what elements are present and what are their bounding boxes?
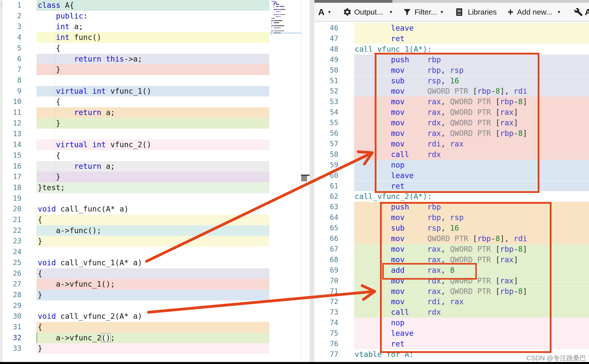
assembly-button-clipped[interactable]: A xyxy=(585,3,589,21)
asm-code-text[interactable]: call_vfunc_1(A*): xyxy=(354,44,589,55)
source-code-text[interactable]: int func() xyxy=(36,32,269,43)
source-code-text[interactable]: class A{ xyxy=(36,0,269,11)
asm-code-text[interactable]: mov QWORD PTR [rbp-8], rdi xyxy=(354,233,589,244)
asm-line[interactable]: 50 mov rbp, rsp xyxy=(314,65,589,76)
source-code-text[interactable]: return a; xyxy=(36,107,269,118)
source-line[interactable]: 21{ xyxy=(3,215,301,225)
asm-line[interactable]: 65 sub rsp, 16 xyxy=(314,223,589,233)
asm-line[interactable]: 59 nop xyxy=(314,160,589,170)
source-line[interactable]: 6 return this->a; xyxy=(3,54,301,65)
source-line[interactable]: 13 xyxy=(3,129,301,139)
asm-code-text[interactable]: ret xyxy=(354,181,589,191)
filter-button[interactable]: Filter... xyxy=(414,3,437,21)
source-code-text[interactable]: } xyxy=(36,172,269,182)
asm-line[interactable]: 49 push rbp xyxy=(314,55,589,65)
source-code-text[interactable]: return this->a; xyxy=(36,54,269,65)
asm-code-text[interactable]: leave xyxy=(354,328,589,339)
source-code-text[interactable]: { xyxy=(36,43,269,54)
output-button[interactable]: Output... xyxy=(354,3,383,21)
source-line[interactable]: 26{ xyxy=(3,268,301,279)
source-line[interactable]: 32 a->vfunc_2(); xyxy=(3,333,301,343)
source-line[interactable]: 18}test; xyxy=(3,182,301,193)
source-line[interactable]: 12 } xyxy=(3,118,301,129)
source-code-text[interactable]: void call_vfunc_2(A* a) xyxy=(36,311,269,322)
chevron-down-icon[interactable]: ▾ xyxy=(390,3,392,21)
plus-icon[interactable]: + xyxy=(508,3,513,21)
source-code-text[interactable]: } xyxy=(36,118,269,129)
source-line[interactable]: 11 return a; xyxy=(3,107,301,118)
source-code-text[interactable]: int a; xyxy=(36,21,269,32)
source-line[interactable]: 15 { xyxy=(3,150,301,161)
source-code-text[interactable]: { xyxy=(36,215,269,225)
asm-code-text[interactable]: mov rax, QWORD PTR [rbp-8] xyxy=(354,244,589,254)
source-line[interactable]: 9 virtual int vfunc_1() xyxy=(3,86,301,97)
asm-code-text[interactable]: sub rsp, 16 xyxy=(354,76,589,86)
source-code-text[interactable]: { xyxy=(36,268,269,279)
source-code-text[interactable]: } xyxy=(36,343,269,354)
source-line[interactable]: 14 virtual int vfunc_2() xyxy=(3,139,301,150)
gear-icon[interactable] xyxy=(343,8,352,17)
chevron-down-icon[interactable]: ▾ xyxy=(558,3,560,21)
asm-code-text[interactable]: ret xyxy=(354,33,589,44)
source-line[interactable]: 8 xyxy=(3,75,301,86)
asm-code-text[interactable]: push rbp xyxy=(354,55,589,65)
add-new-button[interactable]: Add new... xyxy=(517,3,552,21)
libraries-button[interactable]: Libraries xyxy=(468,3,497,21)
asm-code-text[interactable]: leave xyxy=(354,23,589,33)
source-line[interactable]: 23} xyxy=(3,236,301,247)
source-code-text[interactable]: { xyxy=(36,96,269,107)
source-line[interactable]: 25void call_vfunc_1(A* a) xyxy=(3,257,301,268)
assembly-horizontal-scrollbar[interactable] xyxy=(314,0,589,3)
source-line[interactable]: 22 a->func(); xyxy=(3,225,301,236)
asm-code-text[interactable]: mov rdx, QWORD PTR [rax] xyxy=(354,276,589,286)
asm-line[interactable]: 71 mov rax, QWORD PTR [rbp-8] xyxy=(314,286,589,297)
source-line[interactable]: 24 xyxy=(3,247,301,257)
asm-line[interactable]: 67 mov rax, QWORD PTR [rbp-8] xyxy=(314,244,589,254)
asm-line[interactable]: 70 mov rdx, QWORD PTR [rax] xyxy=(314,276,589,286)
asm-line[interactable]: 76 ret xyxy=(314,339,589,349)
asm-code-text[interactable]: call_vfunc_2(A*): xyxy=(354,191,589,202)
wrench-icon[interactable] xyxy=(574,8,583,17)
asm-line[interactable]: 54 mov rax, QWORD PTR [rax] xyxy=(314,107,589,118)
source-line[interactable]: 3 int a; xyxy=(3,21,301,32)
asm-line[interactable]: 47 ret xyxy=(314,33,589,44)
source-code-text[interactable] xyxy=(36,193,269,204)
asm-line[interactable]: 75 leave xyxy=(314,328,589,339)
asm-line[interactable]: 60 leave xyxy=(314,170,589,181)
source-line[interactable]: 31{ xyxy=(3,322,301,333)
asm-code-text[interactable]: leave xyxy=(354,170,589,181)
pane-splitter[interactable] xyxy=(310,0,314,362)
source-line[interactable]: 7 } xyxy=(3,64,301,75)
asm-code-text[interactable]: sub rsp, 16 xyxy=(354,223,589,233)
asm-code-text[interactable]: mov rax, QWORD PTR [rbp-8] xyxy=(354,128,589,139)
splitter-drag-handle[interactable] xyxy=(301,176,307,181)
asm-code-text[interactable]: mov rbp, rsp xyxy=(354,65,589,76)
asm-line[interactable]: 62call_vfunc_2(A*): xyxy=(314,191,589,202)
source-code-text[interactable]: } xyxy=(36,290,269,300)
source-code-text[interactable]: { xyxy=(36,150,269,161)
source-line[interactable]: 19 xyxy=(3,193,301,204)
asm-code-text[interactable]: mov QWORD PTR [rbp-8], rdi xyxy=(354,86,589,96)
source-line[interactable]: 30void call_vfunc_2(A* a) xyxy=(3,311,301,322)
asm-code-text[interactable]: nop xyxy=(354,318,589,328)
source-code-text[interactable]: void call_vfunc_1(A* a) xyxy=(36,257,269,268)
asm-line[interactable]: 64 mov rbp, rsp xyxy=(314,212,589,223)
asm-code-text[interactable]: call rdx xyxy=(354,307,589,318)
source-code-text[interactable]: return a; xyxy=(36,161,269,172)
source-line[interactable]: 16 return a; xyxy=(3,161,301,172)
asm-line[interactable]: 63 push rbp xyxy=(314,202,589,212)
asm-code-text[interactable]: mov rax, QWORD PTR [rbp-8] xyxy=(354,286,589,297)
asm-line[interactable]: 52 mov QWORD PTR [rbp-8], rdi xyxy=(314,86,589,96)
source-line[interactable]: 4 int func() xyxy=(3,32,301,43)
chevron-down-icon[interactable]: ▾ xyxy=(441,3,443,21)
asm-code-text[interactable]: mov rax, QWORD PTR [rax] xyxy=(354,254,589,265)
book-icon[interactable] xyxy=(455,8,464,17)
asm-code-text[interactable]: nop xyxy=(354,160,589,170)
asm-code-text[interactable]: mov rdx, QWORD PTR [rax] xyxy=(354,118,589,128)
source-code-text[interactable]: virtual int vfunc_2() xyxy=(36,139,269,150)
source-line[interactable]: 10 { xyxy=(3,96,301,107)
asm-line[interactable]: 72 mov rdi, rax xyxy=(314,296,589,307)
font-size-button[interactable]: A xyxy=(318,3,324,21)
asm-code-text[interactable]: mov rdi, rax xyxy=(354,139,589,149)
source-code-text[interactable]: virtual int vfunc_1() xyxy=(36,86,269,97)
